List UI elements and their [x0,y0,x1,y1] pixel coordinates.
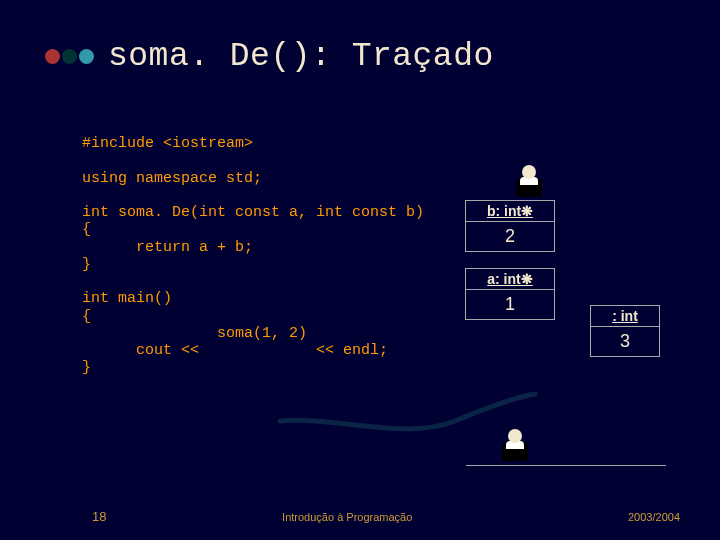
footer-year: 2003/2004 [628,511,680,523]
ink-annotation [275,386,545,446]
dot-2 [62,49,77,64]
code-line: cout << << endl; [82,342,388,359]
var-b-value: 2 [466,222,554,251]
footer-title: Introdução à Programação [282,511,412,523]
code-block: #include <iostream> using namespace std;… [82,135,424,377]
var-a-label: a: int❋ [466,269,554,290]
code-line: soma(1, 2) [82,325,307,342]
code-line: int main() [82,290,172,307]
code-line: #include <iostream> [82,135,253,152]
code-line: using namespace std; [82,170,262,187]
code-line: return a + b; [82,239,253,256]
code-line: } [82,359,91,376]
slide-title: soma. De(): Traçado [108,38,494,75]
footer: 18 Introdução à Programação 2003/2004 [0,509,720,524]
baseline-rule [466,465,666,466]
title-dots [45,49,94,64]
dot-1 [45,49,60,64]
code-line: int soma. De(int const a, int const b) [82,204,424,221]
dot-3 [79,49,94,64]
var-return-label: : int [591,306,659,327]
var-return-value: 3 [591,327,659,356]
code-line: { [82,221,91,238]
code-line: { [82,308,91,325]
page-number: 18 [92,509,106,524]
slide: soma. De(): Traçado #include <iostream> … [0,0,720,540]
figure-icon [511,163,547,199]
title-row: soma. De(): Traçado [45,38,494,75]
var-a-value: 1 [466,290,554,319]
var-b-label: b: int❋ [466,201,554,222]
code-line: } [82,256,91,273]
